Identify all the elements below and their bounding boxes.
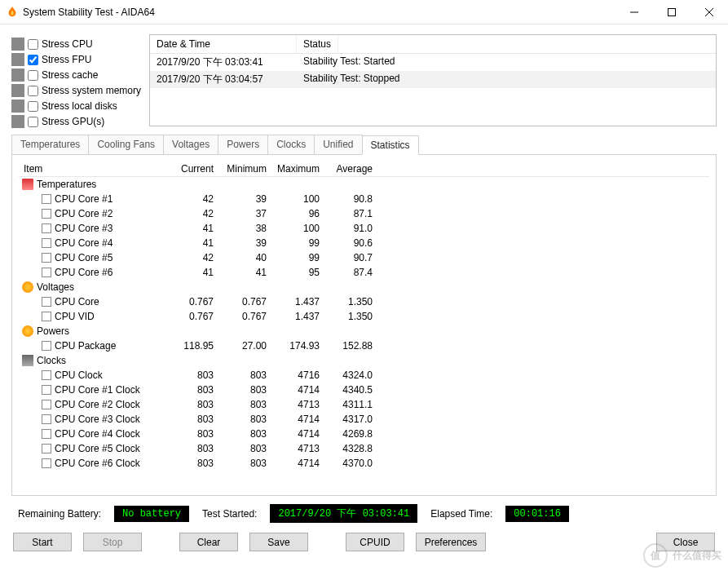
close-dialog-button[interactable]: Close: [656, 533, 715, 551]
stress-item: Stress system memory: [11, 84, 141, 97]
tab-cooling-fans[interactable]: Cooling Fans: [88, 135, 164, 154]
stats-row[interactable]: CPU Core #3 Clock 803 803 4714 4317.0: [19, 412, 709, 427]
log-col-status[interactable]: Status: [297, 35, 338, 53]
stats-row[interactable]: CPU Core #2 42 37 96 87.1: [19, 206, 709, 221]
row-average: 90.8: [324, 192, 377, 206]
row-maximum: 100: [271, 192, 324, 206]
stats-row[interactable]: CPU Core #5 Clock 803 803 4713 4328.8: [19, 441, 709, 456]
close-button[interactable]: [690, 0, 728, 24]
tab-content: Item Current Minimum Maximum Average Tem…: [11, 155, 717, 496]
stats-group[interactable]: Temperatures: [19, 177, 709, 192]
stats-group[interactable]: Clocks: [19, 353, 709, 368]
stats-row[interactable]: CPU Core #4 Clock 803 803 4714 4269.8: [19, 427, 709, 441]
row-checkbox[interactable]: [42, 268, 51, 277]
group-icon: [22, 281, 33, 293]
row-minimum: 0.767: [218, 294, 271, 309]
stats-row[interactable]: CPU Core #3 41 38 100 91.0: [19, 221, 709, 236]
stress-checkbox[interactable]: [28, 117, 38, 127]
log-row[interactable]: 2017/9/20 下午 03:04:57Stability Test: Sto…: [150, 71, 716, 88]
row-minimum: 39: [218, 236, 271, 250]
col-average[interactable]: Average: [324, 161, 377, 176]
row-minimum: 803: [218, 456, 271, 471]
start-button[interactable]: Start: [13, 533, 72, 551]
stress-item: Stress cache: [11, 69, 141, 82]
row-checkbox[interactable]: [42, 385, 51, 395]
tab-powers[interactable]: Powers: [218, 135, 268, 154]
row-checkbox[interactable]: [42, 429, 51, 439]
elapsed-label: Elapsed Time:: [430, 508, 492, 520]
row-checkbox[interactable]: [42, 444, 51, 453]
row-checkbox[interactable]: [42, 400, 51, 409]
row-maximum: 1.437: [271, 309, 324, 324]
log-header: Date & Time Status: [150, 35, 716, 54]
stop-button[interactable]: Stop: [83, 533, 142, 551]
row-checkbox[interactable]: [42, 297, 51, 307]
row-current: 41: [165, 265, 218, 280]
row-minimum: 37: [218, 206, 271, 221]
row-name: CPU Core #6: [55, 267, 113, 278]
stats-row[interactable]: CPU Clock 803 803 4716 4324.0: [19, 368, 709, 383]
row-checkbox[interactable]: [42, 253, 51, 263]
stats-row[interactable]: CPU Core #5 42 40 99 90.7: [19, 250, 709, 265]
stats-row[interactable]: CPU Core #1 42 39 100 90.8: [19, 192, 709, 206]
col-maximum[interactable]: Maximum: [271, 161, 324, 176]
row-checkbox[interactable]: [42, 238, 51, 248]
row-minimum: 41: [218, 265, 271, 280]
row-checkbox[interactable]: [42, 341, 51, 351]
row-current: 803: [165, 397, 218, 412]
stress-label: Stress cache: [42, 69, 98, 81]
row-checkbox[interactable]: [42, 209, 51, 219]
clear-button[interactable]: Clear: [179, 533, 238, 551]
row-checkbox[interactable]: [42, 312, 51, 321]
group-label: Clocks: [37, 355, 66, 366]
tab-statistics[interactable]: Statistics: [362, 135, 419, 155]
row-average: 1.350: [324, 309, 377, 324]
tab-voltages[interactable]: Voltages: [163, 135, 218, 154]
stress-checkbox[interactable]: [28, 86, 38, 96]
stats-group[interactable]: Voltages: [19, 280, 709, 294]
maximize-button[interactable]: [653, 0, 690, 24]
device-icon: [11, 53, 24, 66]
stats-row[interactable]: CPU Package 118.95 27.00 174.93 152.88: [19, 338, 709, 353]
stats-row[interactable]: CPU VID 0.767 0.767 1.437 1.350: [19, 309, 709, 324]
tab-temperatures[interactable]: Temperatures: [11, 135, 89, 154]
row-minimum: 803: [218, 397, 271, 412]
stress-checkbox[interactable]: [28, 101, 38, 112]
tab-clocks[interactable]: Clocks: [267, 135, 315, 154]
row-current: 118.95: [165, 338, 218, 353]
row-name: CPU Core #1 Clock: [55, 384, 140, 396]
row-checkbox[interactable]: [42, 370, 51, 380]
col-current[interactable]: Current: [165, 161, 218, 176]
minimize-button[interactable]: [615, 0, 653, 24]
stress-checkbox[interactable]: [28, 39, 38, 50]
stats-row[interactable]: CPU Core #6 41 41 95 87.4: [19, 265, 709, 280]
stats-row[interactable]: CPU Core #1 Clock 803 803 4714 4340.5: [19, 383, 709, 397]
group-icon: [22, 355, 33, 366]
preferences-button[interactable]: Preferences: [416, 533, 486, 551]
titlebar: System Stability Test - AIDA64: [0, 0, 728, 24]
app-icon: [7, 7, 18, 18]
stress-checkbox[interactable]: [28, 70, 38, 81]
cpuid-button[interactable]: CPUID: [346, 533, 404, 551]
stats-row[interactable]: CPU Core 0.767 0.767 1.437 1.350: [19, 294, 709, 309]
row-minimum: 803: [218, 383, 271, 397]
log-row[interactable]: 2017/9/20 下午 03:03:41Stability Test: Sta…: [150, 54, 716, 71]
row-checkbox[interactable]: [42, 458, 51, 468]
row-checkbox[interactable]: [42, 414, 51, 424]
stress-checkbox[interactable]: [28, 55, 38, 65]
save-button[interactable]: Save: [249, 533, 308, 551]
col-item[interactable]: Item: [19, 161, 165, 176]
stats-row[interactable]: CPU Core #4 41 39 99 90.6: [19, 236, 709, 250]
row-current: 42: [165, 206, 218, 221]
stats-scroll[interactable]: Item Current Minimum Maximum Average Tem…: [19, 161, 709, 489]
log-col-datetime[interactable]: Date & Time: [150, 35, 297, 53]
stats-row[interactable]: CPU Core #2 Clock 803 803 4713 4311.1: [19, 397, 709, 412]
row-current: 803: [165, 368, 218, 383]
row-checkbox[interactable]: [42, 194, 51, 204]
stats-group[interactable]: Powers: [19, 324, 709, 338]
tab-unified[interactable]: Unified: [314, 135, 362, 154]
col-minimum[interactable]: Minimum: [218, 161, 271, 176]
row-checkbox[interactable]: [42, 223, 51, 233]
stats-row[interactable]: CPU Core #6 Clock 803 803 4714 4370.0: [19, 456, 709, 471]
row-average: 4311.1: [324, 397, 377, 412]
